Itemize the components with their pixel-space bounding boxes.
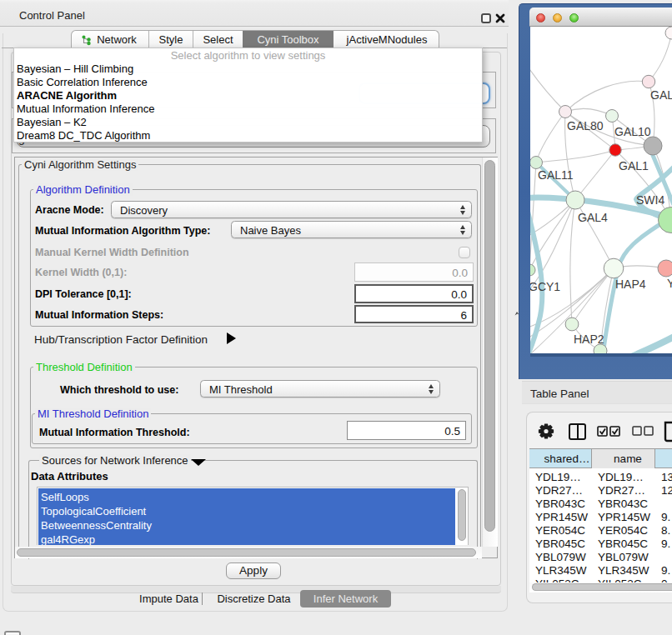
- svg-text:HAP2: HAP2: [574, 332, 604, 346]
- svg-text:GCY1: GCY1: [530, 280, 560, 293]
- svg-text:GAL1: GAL1: [619, 159, 649, 172]
- svg-text:GAL4: GAL4: [578, 211, 608, 224]
- svg-text:GAL11: GAL11: [538, 168, 574, 182]
- svg-text:Y: Y: [667, 277, 672, 290]
- svg-text:GAL10: GAL10: [614, 125, 651, 138]
- svg-text:SWI4: SWI4: [636, 193, 664, 207]
- svg-text:HAP4: HAP4: [615, 278, 646, 291]
- svg-text:GAL7: GAL7: [650, 88, 672, 102]
- svg-text:GAL80: GAL80: [567, 119, 604, 132]
